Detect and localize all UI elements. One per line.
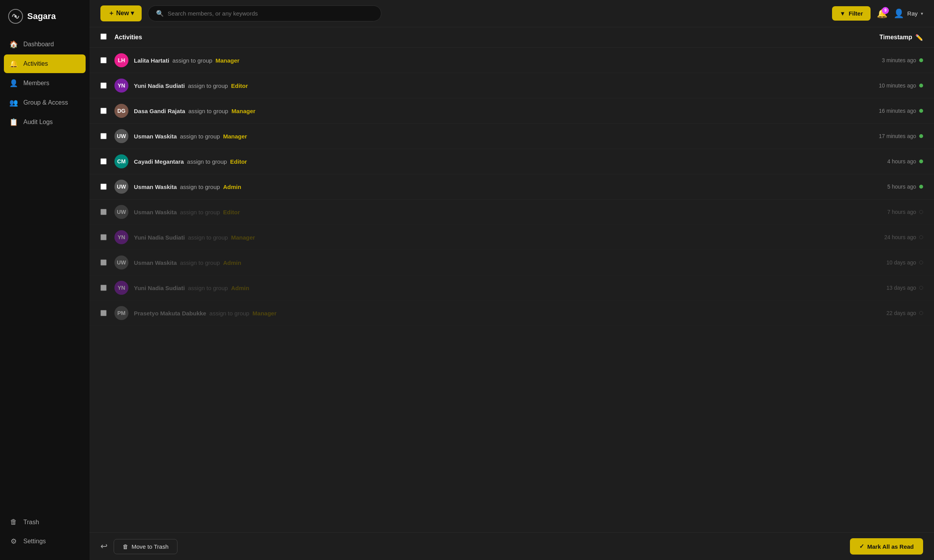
row-check-7[interactable] [100,234,114,240]
row-check-6[interactable] [100,209,114,215]
group-label: Manager [223,133,247,140]
row-timestamp: 10 minutes ago [845,82,923,89]
row-content: Usman Waskita assign to group Admin [134,184,845,190]
table-row[interactable]: UW Usman Waskita assign to group Admin 5… [90,174,934,200]
table-row[interactable]: YN Yuni Nadia Sudiati assign to group Ed… [90,73,934,98]
sidebar-nav: 🏠 Dashboard 🔔 Activities 👤 Members 👥 Gro… [0,35,90,509]
action-text: assign to group [178,133,221,140]
notifications-button[interactable]: 🔔 9 [877,9,887,19]
row-timestamp: 10 days ago [845,259,923,266]
new-button[interactable]: ＋ New ▾ [100,5,142,21]
timestamp-value: 17 minutes ago [879,133,916,139]
row-checkbox-2[interactable] [100,108,107,114]
select-all-checkbox[interactable] [100,33,107,40]
row-timestamp: 13 days ago [845,285,923,291]
timestamp-value: 24 hours ago [884,234,916,240]
timestamp-value: 13 days ago [887,285,916,291]
row-checkbox-3[interactable] [100,133,107,139]
trash-btn-icon: 🗑 [123,543,128,550]
table-row[interactable]: UW Usman Waskita assign to group Editor … [90,200,934,225]
search-bar[interactable]: 🔍 [148,5,381,21]
sidebar-item-settings[interactable]: ⚙ Settings [4,532,86,551]
new-button-label: ＋ New ▾ [108,9,134,18]
unread-indicator [919,58,923,62]
row-timestamp: 16 minutes ago [845,108,923,114]
row-check-5[interactable] [100,184,114,190]
member-name: Yuni Nadia Sudiati [134,82,185,89]
row-checkbox-6[interactable] [100,209,107,215]
table-row[interactable]: UW Usman Waskita assign to group Admin 1… [90,250,934,275]
timestamp-value: 4 hours ago [887,158,916,164]
unread-indicator [919,134,923,138]
sidebar: Sagara 🏠 Dashboard 🔔 Activities 👤 Member… [0,0,90,560]
table-row[interactable]: YN Yuni Nadia Sudiati assign to group Ma… [90,225,934,250]
member-name: Usman Waskita [134,184,177,190]
table-row[interactable]: LH Lalita Hartati assign to group Manage… [90,48,934,73]
row-checkbox-9[interactable] [100,285,107,291]
sidebar-item-audit-logs[interactable]: 📋 Audit Logs [4,113,86,131]
sidebar-bottom: 🗑 Trash ⚙ Settings [0,509,90,560]
table-row[interactable]: UW Usman Waskita assign to group Manager… [90,124,934,149]
sidebar-item-members[interactable]: 👤 Members [4,74,86,93]
sidebar-item-members-label: Members [23,80,49,87]
search-input[interactable] [168,10,373,17]
user-icon: 👤 [894,9,904,19]
member-name: Usman Waskita [134,133,177,140]
activity-list: LH Lalita Hartati assign to group Manage… [90,48,934,532]
table-row[interactable]: YN Yuni Nadia Sudiati assign to group Ad… [90,275,934,301]
member-name: Usman Waskita [134,209,177,215]
check-icon: ✓ [859,543,864,550]
row-checkbox-0[interactable] [100,57,107,63]
table-row[interactable]: PM Prasetyo Makuta Dabukke assign to gro… [90,301,934,326]
user-menu[interactable]: 👤 Ray ▾ [894,9,923,19]
row-checkbox-8[interactable] [100,259,107,266]
mark-all-as-read-button[interactable]: ✓ Mark All as Read [850,538,923,555]
row-check-3[interactable] [100,133,114,139]
app-name: Sagara [27,11,56,21]
sidebar-item-trash[interactable]: 🗑 Trash [4,513,86,531]
row-timestamp: 4 hours ago [845,158,923,164]
sidebar-item-dashboard[interactable]: 🏠 Dashboard [4,35,86,54]
table-row[interactable]: CM Cayadi Megantara assign to group Edit… [90,149,934,174]
row-checkbox-4[interactable] [100,158,107,164]
search-icon: 🔍 [156,10,164,17]
filter-button[interactable]: ▼ Filter [832,6,871,21]
sidebar-item-group-access[interactable]: 👥 Group & Access [4,93,86,112]
row-check-2[interactable] [100,108,114,114]
member-name: Dasa Gandi Rajata [134,108,185,114]
row-check-4[interactable] [100,158,114,164]
table-row[interactable]: DG Dasa Gandi Rajata assign to group Man… [90,98,934,124]
row-check-10[interactable] [100,310,114,316]
row-checkbox-10[interactable] [100,310,107,316]
timestamp-value: 5 hours ago [887,184,916,190]
edit-icon[interactable]: ✏️ [915,34,923,41]
read-indicator [919,311,923,315]
row-checkbox-1[interactable] [100,82,107,89]
row-timestamp: 7 hours ago [845,209,923,215]
row-check-1[interactable] [100,82,114,89]
row-timestamp: 22 days ago [845,310,923,316]
row-check-9[interactable] [100,285,114,291]
sidebar-item-activities[interactable]: 🔔 Activities [4,54,86,73]
row-checkbox-7[interactable] [100,234,107,240]
trash-icon: 🗑 [9,518,18,526]
row-check-0[interactable] [100,57,114,63]
member-name: Yuni Nadia Sudiati [134,234,185,241]
row-check-8[interactable] [100,259,114,266]
group-label: Manager [232,108,256,114]
avatar: UW [114,129,128,143]
undo-button[interactable]: ↩ [100,541,107,551]
unread-indicator [919,185,923,189]
home-icon: 🏠 [9,40,18,49]
group-label: Manager [216,57,240,64]
group-label: Admin [231,285,249,291]
unread-indicator [919,109,923,113]
avatar: YN [114,79,128,93]
member-name: Lalita Hartati [134,57,169,64]
notification-badge: 9 [882,7,889,14]
book-icon: 📋 [9,118,18,126]
member-name: Yuni Nadia Sudiati [134,285,185,291]
timestamp-value: 7 hours ago [887,209,916,215]
row-checkbox-5[interactable] [100,184,107,190]
move-to-trash-button[interactable]: 🗑 Move to Trash [114,539,177,554]
